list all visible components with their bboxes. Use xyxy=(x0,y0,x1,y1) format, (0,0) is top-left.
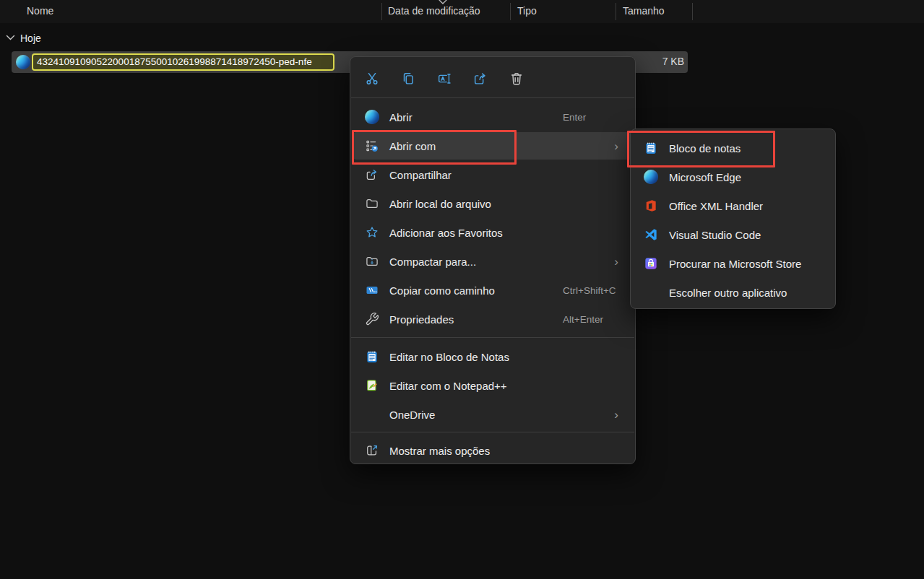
column-header-data[interactable]: Data de modificação xyxy=(388,5,480,17)
menu-item-compartilhar[interactable]: Compartilhar xyxy=(350,160,635,189)
shortcut-label: Ctrl+Shift+C xyxy=(563,285,616,296)
menu-item-label: OneDrive xyxy=(389,409,435,421)
open-with-submenu: Bloco de notas Microsoft Edge Office XML… xyxy=(630,129,836,309)
menu-item-label: Editar no Bloco de Notas xyxy=(389,351,509,363)
office-icon xyxy=(644,199,658,213)
notepad-plus-plus-icon xyxy=(365,378,379,393)
menu-divider xyxy=(351,97,634,98)
menu-item-editar-bloco-notas[interactable]: Editar no Bloco de Notas xyxy=(350,342,635,371)
menu-item-label: Abrir xyxy=(389,111,413,123)
column-divider[interactable] xyxy=(692,3,693,20)
rename-icon xyxy=(436,71,452,87)
shortcut-label: Alt+Enter xyxy=(563,314,603,325)
column-divider[interactable] xyxy=(616,3,616,20)
submenu-item-label: Escolher outro aplicativo xyxy=(669,287,787,299)
cut-icon xyxy=(364,71,380,87)
notepad-icon xyxy=(644,141,658,155)
filename-rename-box[interactable]: 4324109109052200018755001026199887141897… xyxy=(32,53,334,71)
delete-icon xyxy=(509,71,524,87)
menu-item-editar-notepadpp[interactable]: Editar com o Notepad++ xyxy=(350,371,635,400)
submenu-item-label: Procurar na Microsoft Store xyxy=(669,258,801,270)
open-with-icon xyxy=(365,139,379,153)
menu-item-copiar-caminho[interactable]: Copiar como caminho Ctrl+Shift+C xyxy=(350,276,635,305)
menu-item-abrir[interactable]: Abrir Enter xyxy=(350,103,635,131)
menu-divider xyxy=(351,337,634,338)
menu-item-label: Abrir com xyxy=(389,140,436,152)
menu-item-label: Compactar para... xyxy=(389,256,476,268)
submenu-item-office-xml-handler[interactable]: Office XML Handler xyxy=(631,191,835,220)
folder-icon xyxy=(365,196,379,211)
column-header-tamanho[interactable]: Tamanho xyxy=(623,5,665,17)
file-size: 7 KB xyxy=(662,56,684,67)
menu-item-compactar[interactable]: Compactar para... › xyxy=(350,247,635,276)
menu-item-abrir-com[interactable]: Abrir com › xyxy=(350,131,635,160)
submenu-item-label: Microsoft Edge xyxy=(669,171,741,183)
submenu-item-label: Bloco de notas xyxy=(669,142,741,154)
file-explorer-screen: Nome Data de modificação Tipo Tamanho Ho… xyxy=(0,0,924,579)
chevron-right-icon: › xyxy=(609,409,623,421)
menu-item-mostrar-mais-opcoes[interactable]: Mostrar mais opções xyxy=(350,436,635,465)
star-icon xyxy=(365,225,379,240)
menu-item-label: Compartilhar xyxy=(389,169,452,181)
menu-item-propriedades[interactable]: Propriedades Alt+Enter xyxy=(350,305,635,334)
edge-file-icon xyxy=(16,55,30,69)
column-header-bar: Nome Data de modificação Tipo Tamanho xyxy=(0,0,924,23)
menu-item-onedrive[interactable]: OneDrive › xyxy=(350,400,635,429)
menu-item-adicionar-favoritos[interactable]: Adicionar aos Favoritos xyxy=(350,218,635,247)
wrench-icon xyxy=(365,312,379,326)
share-button[interactable] xyxy=(472,70,489,87)
edge-icon xyxy=(644,170,658,184)
group-header-hoje[interactable]: Hoje xyxy=(20,32,41,44)
zip-folder-icon xyxy=(365,254,379,269)
column-divider[interactable] xyxy=(381,3,382,20)
menu-divider xyxy=(351,432,634,432)
chevron-right-icon: › xyxy=(609,256,623,268)
menu-item-label: Mostrar mais opções xyxy=(389,445,490,457)
submenu-item-escolher-outro-aplicativo[interactable]: Escolher outro aplicativo xyxy=(631,278,835,307)
menu-item-label: Propriedades xyxy=(389,313,454,326)
column-header-tipo[interactable]: Tipo xyxy=(517,5,537,17)
submenu-item-microsoft-edge[interactable]: Microsoft Edge xyxy=(631,162,835,191)
share-icon xyxy=(365,167,379,182)
copy-icon xyxy=(400,71,416,87)
copy-path-icon xyxy=(365,283,379,297)
submenu-item-label: Office XML Handler xyxy=(669,200,763,212)
submenu-item-label: Visual Studio Code xyxy=(669,229,761,241)
delete-button[interactable] xyxy=(508,70,525,87)
menu-item-label: Abrir local do arquivo xyxy=(389,198,491,210)
context-menu: Abrir Enter Abrir com › xyxy=(350,56,636,464)
shortcut-label: Enter xyxy=(563,112,586,123)
submenu-item-visual-studio-code[interactable]: Visual Studio Code xyxy=(631,220,835,249)
menu-item-label: Editar com o Notepad++ xyxy=(389,380,507,392)
submenu-item-procurar-microsoft-store[interactable]: Procurar na Microsoft Store xyxy=(631,249,835,278)
microsoft-store-icon xyxy=(644,256,658,271)
vscode-icon xyxy=(644,227,658,242)
cut-button[interactable] xyxy=(363,70,381,87)
chevron-right-icon: › xyxy=(609,140,623,152)
rename-button[interactable] xyxy=(436,70,453,87)
share-icon xyxy=(472,71,488,87)
menu-item-label: Adicionar aos Favoritos xyxy=(389,227,503,239)
show-more-options-icon xyxy=(365,443,379,458)
icon-placeholder xyxy=(644,285,658,300)
sort-indicator-icon xyxy=(438,0,448,5)
copy-button[interactable] xyxy=(400,70,417,87)
column-divider[interactable] xyxy=(510,3,511,20)
chevron-down-icon[interactable] xyxy=(6,35,15,41)
icon-placeholder xyxy=(365,407,379,422)
edge-icon xyxy=(365,110,379,124)
notepad-icon xyxy=(365,349,379,364)
submenu-item-bloco-de-notas[interactable]: Bloco de notas xyxy=(631,134,835,162)
menu-item-abrir-local[interactable]: Abrir local do arquivo xyxy=(350,189,635,218)
menu-item-label: Copiar como caminho xyxy=(389,284,495,297)
column-header-nome[interactable]: Nome xyxy=(27,5,53,17)
